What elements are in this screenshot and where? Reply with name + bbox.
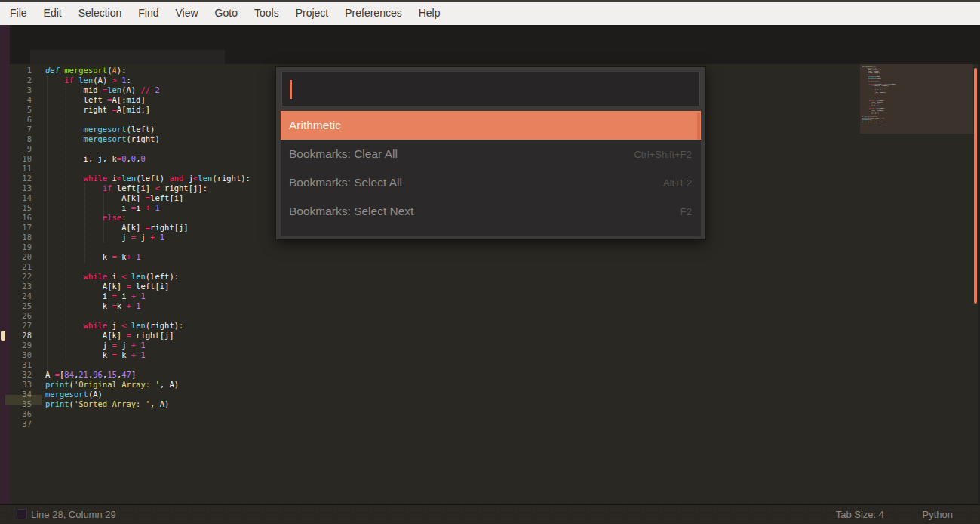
palette-item-shortcut: Shift+F2	[655, 235, 692, 236]
menu-item-find[interactable]: Find	[130, 2, 167, 25]
code-line	[45, 242, 250, 252]
menu-item-goto[interactable]: Goto	[207, 2, 246, 25]
line-number: 19	[10, 242, 32, 252]
line-number: 4	[10, 95, 32, 105]
menu-item-edit[interactable]: Edit	[35, 2, 70, 25]
line-number: 3	[10, 85, 32, 95]
code-line: i =i + 1	[45, 203, 250, 213]
minimap[interactable]: def mergesort(A): if len(A) > 1: mid =le…	[862, 66, 975, 134]
menu-item-project[interactable]: Project	[287, 2, 337, 25]
vertical-scrollbar[interactable]	[974, 68, 977, 304]
palette-item-shortcut: Alt+F2	[663, 177, 692, 189]
menu-item-view[interactable]: View	[167, 2, 207, 25]
line-number: 20	[10, 252, 32, 262]
code-line: mergesort(right)	[45, 134, 250, 144]
palette-item-label: Bookmarks: Clear All	[289, 147, 398, 161]
minimap-content: def mergesort(A): if len(A) > 1: mid =le…	[862, 66, 975, 125]
line-number: 17	[10, 223, 32, 233]
line-number: 11	[10, 164, 32, 174]
palette-item-shortcut: Ctrl+Shift+F2	[634, 149, 692, 160]
line-number: 15	[10, 203, 32, 213]
palette-item-shortcut: F2	[680, 206, 692, 217]
palette-scrollbar-thumb[interactable]	[697, 113, 700, 140]
code-line: mergesort(A)	[45, 390, 250, 399]
line-number: 13	[10, 183, 32, 193]
menu-item-help[interactable]: Help	[410, 2, 449, 25]
code-line: A[k] =left[i]	[45, 193, 250, 203]
code-line	[45, 164, 250, 174]
line-number: 1	[10, 66, 32, 76]
tab-size-label[interactable]: Tab Size: 4	[836, 509, 884, 520]
code-line: j = j + 1	[45, 233, 250, 242]
code-lines: def mergesort(A): if len(A) > 1: mid =le…	[45, 66, 250, 429]
status-bar: Line 28, Column 29 Tab Size: 4 Python	[0, 504, 980, 524]
gutter: 1234567891011121314151617181920212223242…	[10, 66, 32, 429]
palette-item-list: ArithmeticBookmarks: Clear AllCtrl+Shift…	[281, 111, 701, 236]
palette-item[interactable]: Bookmarks: Select NextF2	[281, 197, 701, 226]
code-line: while j < len(right):	[45, 321, 250, 331]
code-line	[45, 409, 250, 419]
status-icon[interactable]	[17, 509, 27, 519]
window-left-strip	[0, 25, 10, 504]
menu-item-tools[interactable]: Tools	[246, 2, 287, 25]
line-number: 9	[10, 144, 32, 154]
palette-item[interactable]: Arithmetic	[281, 111, 701, 140]
command-palette: ArithmeticBookmarks: Clear AllCtrl+Shift…	[275, 66, 706, 240]
code-line: k =k + 1	[45, 301, 250, 311]
palette-search-input[interactable]	[281, 72, 700, 106]
code-line: i, j, k=0,0,0	[45, 154, 250, 164]
line-number: 27	[10, 321, 32, 331]
menu-item-selection[interactable]: Selection	[70, 2, 131, 25]
palette-item[interactable]: Bookmarks: Clear AllCtrl+Shift+F2	[281, 140, 701, 168]
palette-item-label: Bookmarks: Select Next	[289, 205, 413, 218]
palette-item-label: Bookmarks: Select Previous	[289, 233, 435, 236]
line-number: 7	[10, 125, 32, 134]
code-line: print('Sorted Array: ', A)	[45, 399, 250, 409]
current-line-marker	[1, 331, 5, 341]
text-cursor	[290, 80, 292, 99]
line-number: 34	[10, 390, 32, 399]
code-line: print('Original Array: ', A)	[45, 380, 250, 390]
menubar: FileEditSelectionFindViewGotoToolsProjec…	[0, 0, 980, 25]
line-number: 36	[10, 409, 32, 419]
line-number: 18	[10, 233, 32, 242]
palette-item[interactable]: Bookmarks: Select PreviousShift+F2	[281, 226, 701, 236]
code-line: k = k + 1	[45, 350, 250, 360]
code-line: A[k] =right[j]	[45, 223, 250, 233]
line-number: 25	[10, 301, 32, 311]
palette-item-label: Arithmetic	[289, 119, 341, 132]
palette-item[interactable]: Bookmarks: Select AllAlt+F2	[281, 168, 701, 197]
code-line	[45, 311, 250, 321]
code-line: if len(A) > 1:	[45, 76, 250, 85]
menu-item-preferences[interactable]: Preferences	[336, 2, 410, 25]
code-line: A =[84,21,96,15,47]	[45, 370, 250, 380]
palette-item-label: Bookmarks: Select All	[289, 176, 402, 190]
code-line	[45, 262, 250, 272]
line-number: 5	[10, 105, 32, 115]
line-number: 14	[10, 193, 32, 203]
line-number: 29	[10, 341, 32, 350]
code-line: else:	[45, 213, 250, 223]
code-line: mergesort(left)	[45, 125, 250, 134]
line-number: 24	[10, 291, 32, 301]
line-number: 16	[10, 213, 32, 223]
code-line	[45, 144, 250, 154]
tab-bar: ◂▸ mergesort.py × ▾	[0, 25, 980, 64]
line-number: 35	[10, 399, 32, 409]
code-line: def mergesort(A):	[45, 66, 250, 76]
language-label[interactable]: Python	[923, 509, 953, 520]
line-number: 37	[10, 419, 32, 429]
line-number: 28	[10, 331, 32, 341]
menu-item-file[interactable]: File	[2, 2, 35, 25]
line-number: 23	[10, 282, 32, 291]
code-line: right =A[mid:]	[45, 105, 250, 115]
code-line: A[k] = left[i]	[45, 282, 250, 291]
cursor-position-label: Line 28, Column 29	[31, 509, 116, 520]
code-line: j = j + 1	[45, 341, 250, 350]
code-line: mid =len(A) // 2	[45, 85, 250, 95]
code-line: A[k] = right[j]	[45, 331, 250, 341]
line-number: 8	[10, 134, 32, 144]
code-line	[45, 360, 250, 370]
code-line	[862, 124, 975, 125]
code-line: i = i + 1	[45, 291, 250, 301]
